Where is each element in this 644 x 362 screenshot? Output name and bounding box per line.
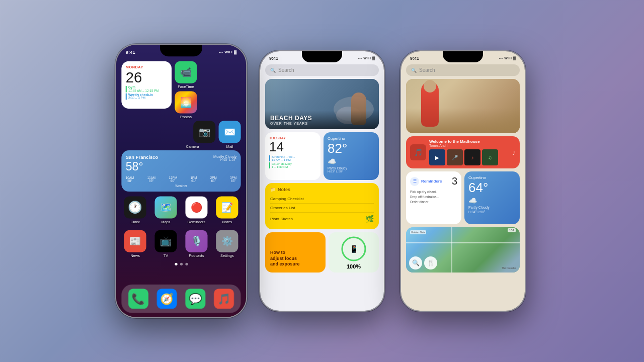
facetime-icon: 📹: [175, 61, 197, 83]
maps-icon: 🗺️: [155, 196, 177, 218]
weather-label: Weather: [126, 184, 237, 187]
signal-icon-2: ▪▪▪: [358, 56, 362, 60]
cw2-date: 14: [269, 140, 316, 154]
clock-app[interactable]: 🕐 Clock: [121, 196, 149, 224]
map-widget[interactable]: 101 Golden Gate The Presidio 🔍 🍴: [406, 227, 520, 273]
focus-text: How to adjust focus and exposure: [270, 250, 300, 267]
weather-city: San Francisco: [126, 155, 158, 160]
search-icon-3: 🔍: [411, 68, 417, 73]
reminders-app[interactable]: 🔴 Reminders: [183, 196, 210, 224]
music-art-1: 🎵: [410, 144, 426, 160]
album-3: ♪: [464, 149, 480, 165]
news-label: News: [130, 254, 139, 257]
app-row-3: 📰 News 📺 TV 🎙️ Podcasts ⚙️ Settings: [116, 228, 246, 259]
map-road-v: [451, 227, 452, 273]
map-road-h: [406, 242, 520, 243]
ww2-range: H:83° L:58°: [328, 170, 375, 173]
dock: 📞 🧭 💬 🎵: [121, 285, 240, 313]
messages-dock-app[interactable]: 💬: [185, 289, 205, 309]
battery-icon-2: ▓: [372, 56, 375, 60]
camera-app[interactable]: 📷 Camera: [170, 121, 215, 148]
notes-widget[interactable]: 📁 Notes Camping Checklist Groceries List…: [265, 183, 379, 229]
widget-row-cal-weather: TUESDAY 14 Stretching + we... 11 AM – 1 …: [265, 132, 379, 180]
facetime-app[interactable]: 📹 FaceTime: [175, 61, 197, 89]
map-food-btn[interactable]: 🍴: [424, 256, 437, 269]
battery-icon-3: ▓: [513, 56, 516, 60]
notes-item-2: Groceries List: [270, 204, 374, 213]
page-dots: [116, 263, 246, 265]
rem-list-icon: ☰: [413, 179, 417, 184]
music-widget[interactable]: 🎵 Welcome to the Madhouse Tones And I ▶ …: [406, 136, 520, 168]
notch-3: [443, 51, 483, 62]
album-1: ▶: [429, 149, 445, 165]
mail-label: Mail: [226, 145, 233, 148]
status-time-3: 9:41: [410, 56, 419, 61]
photos-app[interactable]: 🌅 Photos: [175, 92, 197, 119]
map-label-101: 101: [508, 228, 516, 232]
signal-icon: ▪▪▪: [219, 50, 223, 54]
dot-2: [180, 263, 182, 265]
ww2-desc: Partly Cloudy: [328, 166, 375, 170]
weather-widget[interactable]: San Francisco 58° Mostly Cloudy H:65° L:…: [121, 150, 240, 192]
map-search-btn[interactable]: 🔍: [409, 256, 422, 269]
cal-event-2: Weekly check-in 2:30 – 3 PM: [126, 94, 168, 100]
tv-label: TV: [164, 254, 168, 257]
app-row-2: 🕐 Clock 🗺️ Maps 🔴 Reminders 📝 Notes: [116, 194, 246, 226]
settings-icon: ⚙️: [216, 230, 238, 252]
reminder-widget[interactable]: ☰ Reminders 3 Pick up dry cleani... Drop…: [406, 171, 461, 224]
notes-item-1: Camping Checklist: [270, 195, 374, 204]
music-dock-app[interactable]: 🎵: [214, 289, 234, 309]
photo-widget[interactable]: [406, 79, 520, 133]
status-icons-1: ▪▪▪ WiFi ▓: [219, 50, 236, 54]
weather-desc: Mostly Cloudy: [213, 155, 236, 158]
dot-3: [185, 263, 188, 265]
calendar-widget[interactable]: MONDAY 26 Gym 11:45 AM – 12:15 PM Weekly…: [121, 61, 172, 109]
podcasts-label: Podcasts: [189, 254, 204, 257]
facetime-label: FaceTime: [178, 85, 194, 88]
map-overlay: 🔍 🍴: [409, 256, 437, 269]
widget-row-rem-weather: ☰ Reminders 3 Pick up dry cleani... Drop…: [406, 171, 520, 224]
status-time-2: 9:41: [269, 56, 278, 61]
map-label-golden-gate: Golden Gate: [410, 230, 426, 234]
rem-header: ☰ Reminders 3: [410, 175, 457, 187]
status-icons-2: ▪▪▪ WiFi ▓: [358, 56, 375, 60]
mail-icon: ✉️: [219, 121, 241, 143]
app-column-1: 📹 FaceTime 🌅 Photos: [175, 61, 197, 119]
search-bar-2[interactable]: 🔍 Search: [265, 64, 379, 76]
settings-app[interactable]: ⚙️ Settings: [213, 230, 241, 258]
reminders-icon: 🔴: [185, 196, 207, 218]
weather-widget-2[interactable]: Cupertino 82° ☁️ Partly Cloudy H:83° L:5…: [324, 132, 379, 180]
mail-app[interactable]: ✉️ Mail: [219, 121, 241, 148]
news-app[interactable]: 📰 News: [121, 230, 149, 258]
weather-widget-3[interactable]: Cupertino 64° ☁️ Partly Cloudy H:84° L:5…: [464, 171, 520, 224]
phone-dock-app[interactable]: 📞: [128, 289, 148, 309]
notes-app[interactable]: 📝 Notes: [213, 196, 241, 224]
safari-dock-app[interactable]: 🧭: [157, 289, 177, 309]
battery-pct: 100%: [347, 263, 361, 269]
beach-title: BEACH DAYS: [270, 115, 374, 122]
battery-widget[interactable]: 📱 100%: [329, 232, 379, 273]
tv-app[interactable]: 📺 TV: [152, 230, 180, 258]
search-icon-2: 🔍: [270, 68, 276, 73]
focus-widget[interactable]: How to adjust focus and exposure: [265, 232, 326, 273]
maps-label: Maps: [162, 220, 171, 224]
rem-item-1: Pick up dry cleani...: [410, 189, 457, 194]
beach-overlay: BEACH DAYS OVER THE YEARS: [265, 111, 379, 129]
maps-app[interactable]: 🗺️ Maps: [152, 196, 180, 224]
search-bar-3[interactable]: 🔍 Search: [406, 64, 520, 76]
notes-item-3: Plant Sketch 🌿: [270, 213, 374, 225]
wifi-icon: WiFi: [224, 50, 232, 54]
weather-forecast: 10AM58° 11AM59° 12PM60° 1PM61° 2PM63° 3P…: [126, 176, 237, 183]
cw2-event-1: Stretching + we... 11 AM – 1 PM: [269, 155, 316, 161]
ww3-desc: Partly Cloudy: [468, 206, 516, 209]
beach-card[interactable]: BEACH DAYS OVER THE YEARS: [265, 79, 379, 129]
calendar-widget-2[interactable]: TUESDAY 14 Stretching + we... 11 AM – 1 …: [265, 132, 320, 180]
music-info: Welcome to the Madhouse Tones And I ▶ 🎤 …: [429, 139, 509, 165]
tv-icon: 📺: [155, 230, 177, 252]
phone-3: 9:41 ▪▪▪ WiFi ▓ 🔍 Search 🎵 Welcome to: [400, 50, 526, 312]
notes-icon: 📝: [216, 196, 238, 218]
widget-row-bottom: How to adjust focus and exposure 📱 100%: [265, 232, 379, 273]
status-icons-3: ▪▪▪ WiFi ▓: [499, 56, 516, 60]
clock-label: Clock: [130, 220, 139, 224]
podcasts-app[interactable]: 🎙️ Podcasts: [183, 230, 210, 258]
